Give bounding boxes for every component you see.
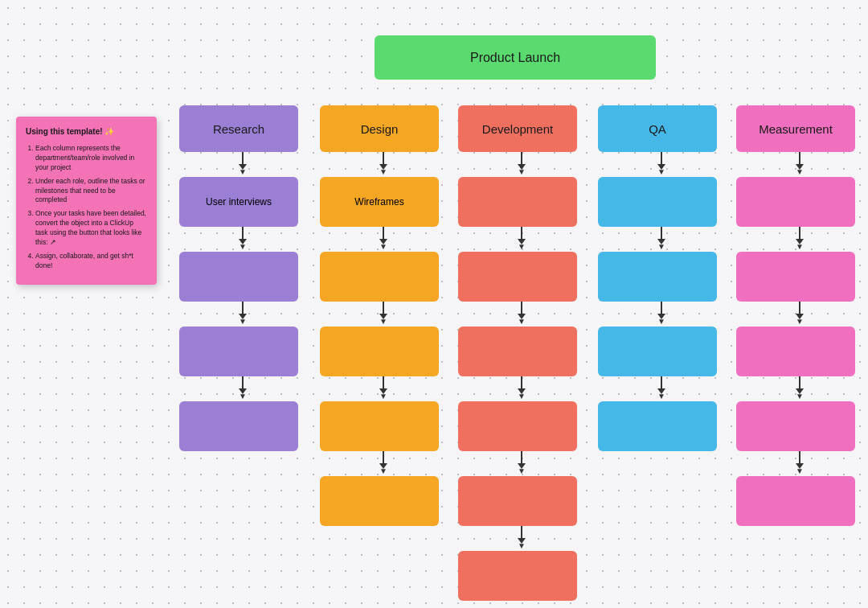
arrow-measure-4 (795, 376, 805, 401)
design-task-2[interactable] (320, 252, 439, 302)
sticky-note-item-1: Each column represents the department/te… (35, 144, 147, 173)
sticky-note-list: Each column represents the department/te… (26, 144, 147, 271)
design-task-4[interactable] (320, 401, 439, 451)
arrow-research-3 (238, 302, 248, 326)
measure-task-2[interactable] (736, 252, 855, 302)
col-header-qa[interactable]: QA (598, 105, 717, 152)
arrow-measure-2 (795, 227, 805, 251)
sticky-note-item-3: Once your tasks have been detailed, conv… (35, 209, 147, 248)
arrow-dev-2 (517, 227, 526, 251)
arrow-qa-4 (657, 376, 666, 401)
col-design-label: Design (361, 122, 399, 136)
arrow-qa-3 (657, 302, 666, 326)
sticky-note: Using this template! ✨ Each column repre… (16, 117, 157, 285)
product-launch-label: Product Launch (470, 51, 560, 65)
arrow-research-2 (238, 227, 248, 251)
research-task-1[interactable]: User interviews (179, 177, 298, 227)
design-task-3[interactable] (320, 327, 439, 376)
measure-task-5[interactable] (736, 476, 855, 526)
sticky-note-item-2: Under each role, outline the tasks or mi… (35, 177, 147, 206)
arrow-dev-4 (517, 376, 526, 401)
col-development-label: Development (482, 122, 553, 136)
qa-task-1[interactable] (598, 177, 717, 227)
sticky-note-title: Using this template! ✨ (26, 126, 147, 138)
measure-task-4[interactable] (736, 401, 855, 451)
design-task-1-label: Wireframes (320, 177, 439, 227)
qa-task-4[interactable] (598, 401, 717, 451)
product-launch-box[interactable]: Product Launch (375, 35, 656, 80)
research-task-4[interactable] (179, 401, 298, 451)
arrow-qa-2 (657, 227, 666, 251)
qa-task-2[interactable] (598, 252, 717, 302)
arrow-design-2 (379, 227, 388, 251)
col-header-research[interactable]: Research (179, 105, 298, 152)
arrow-design-4 (379, 376, 388, 401)
design-task-5[interactable] (320, 476, 439, 526)
col-header-measurement[interactable]: Measurement (736, 105, 855, 152)
arrow-measure-3 (795, 302, 805, 326)
design-task-1[interactable]: Wireframes (320, 177, 439, 227)
arrow-research-4 (238, 376, 248, 401)
arrow-design-3 (379, 302, 388, 326)
arrow-dev-6 (517, 526, 526, 550)
sticky-note-item-4: Assign, collaborate, and get sh*t done! (35, 252, 147, 271)
arrow-dev-3 (517, 302, 526, 326)
dev-task-5[interactable] (458, 476, 577, 526)
measure-task-3[interactable] (736, 327, 855, 376)
arrow-design-5 (379, 451, 388, 475)
arrow-measure-1 (795, 152, 805, 176)
col-research-label: Research (213, 122, 264, 136)
measure-task-1[interactable] (736, 177, 855, 227)
arrow-design-1 (379, 152, 388, 176)
research-task-2[interactable] (179, 252, 298, 302)
qa-task-3[interactable] (598, 327, 717, 376)
arrow-dev-1 (517, 152, 526, 176)
arrow-research-1 (238, 152, 248, 176)
research-task-1-label: User interviews (179, 177, 298, 227)
col-measurement-label: Measurement (759, 122, 833, 136)
dev-task-6[interactable] (458, 551, 577, 601)
canvas: { "productLaunch": { "label": "Product L… (0, 0, 868, 608)
research-task-3[interactable] (179, 327, 298, 376)
col-qa-label: QA (649, 122, 666, 136)
dev-task-4[interactable] (458, 401, 577, 451)
col-header-development[interactable]: Development (458, 105, 577, 152)
col-header-design[interactable]: Design (320, 105, 439, 152)
arrow-qa-1 (657, 152, 666, 176)
dev-task-2[interactable] (458, 252, 577, 302)
arrow-measure-5 (795, 451, 805, 475)
dev-task-1[interactable] (458, 177, 577, 227)
arrow-dev-5 (517, 451, 526, 475)
dev-task-3[interactable] (458, 327, 577, 376)
